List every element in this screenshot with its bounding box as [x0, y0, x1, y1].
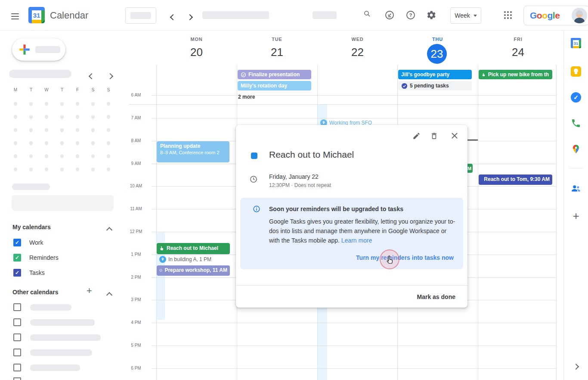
- sidepanel-google-tasks-icon[interactable]: ✓: [571, 92, 581, 103]
- event-partially-hidden[interactable]: M: [467, 164, 473, 173]
- mini-weekday: M: [8, 87, 23, 92]
- sidepanel-google-keep-icon[interactable]: [571, 66, 581, 77]
- edit-button[interactable]: [412, 131, 421, 140]
- event-chip-pick-up-bike[interactable]: Pick up new bike from th: [479, 70, 552, 79]
- add-other-calendar-button[interactable]: +: [87, 286, 92, 296]
- hour-line: [152, 323, 556, 323]
- hour-label: 7 AM: [124, 115, 148, 121]
- mark-as-done-button[interactable]: Mark as done: [417, 293, 455, 300]
- checkbox-other-5[interactable]: [13, 364, 21, 371]
- day-header-name: WED: [317, 37, 398, 42]
- day-header-date[interactable]: 21: [237, 46, 317, 59]
- side-panel-divider: [569, 168, 583, 168]
- mini-calendar-dates-placeholder[interactable]: [8, 97, 116, 176]
- event-chip-jill-party[interactable]: Jill's goodbye party: [398, 70, 472, 79]
- sidepanel-contacts-icon[interactable]: [570, 183, 582, 196]
- apps-grid-icon: [504, 11, 506, 13]
- date-range-placeholder: [202, 11, 269, 19]
- checkbox-other-6-partial[interactable]: [13, 377, 21, 380]
- search-people-placeholder[interactable]: [12, 195, 114, 211]
- calendar-item-work[interactable]: Work: [29, 239, 43, 246]
- collapse-panel-button[interactable]: [572, 361, 580, 372]
- event-in-building-a[interactable]: In building A, 1 PM: [157, 255, 230, 265]
- click-indicator: [380, 249, 399, 269]
- sidepanel-google-maps-icon[interactable]: [571, 144, 581, 156]
- tasks-toggle-button[interactable]: [384, 10, 395, 22]
- main-menu-button[interactable]: [11, 12, 19, 21]
- sidebar-placeholder-bar: [12, 184, 50, 190]
- google-apps-button[interactable]: [504, 11, 512, 19]
- mini-calendar-next-button[interactable]: [106, 71, 114, 82]
- account-pill[interactable]: Google: [523, 6, 588, 25]
- other-calendar-placeholder: [30, 319, 95, 326]
- search-button[interactable]: [363, 10, 371, 19]
- search-icon: [363, 10, 371, 18]
- learn-more-link[interactable]: Learn more: [341, 237, 372, 244]
- trash-icon: [430, 132, 438, 140]
- get-add-ons-button[interactable]: +: [573, 210, 579, 221]
- today-button[interactable]: [125, 7, 156, 24]
- hour-label: 8 AM: [124, 138, 148, 143]
- all-day-divider: [129, 104, 556, 105]
- view-selector[interactable]: Week: [450, 7, 481, 24]
- event-reach-out-tom[interactable]: Reach out to Tom, 9:30 AM: [479, 174, 552, 185]
- mini-weekday: T: [23, 87, 39, 92]
- google-wordmark: Google: [530, 10, 560, 21]
- day-header-date[interactable]: 24: [478, 46, 558, 59]
- sidepanel-google-calendar-icon[interactable]: 31: [571, 38, 581, 48]
- checkbox-reminders[interactable]: ✓: [13, 254, 21, 262]
- mini-calendar-prev-button[interactable]: [88, 71, 96, 82]
- more-events-link[interactable]: 2 more: [238, 94, 255, 100]
- location-pin-icon: [159, 256, 166, 263]
- checkbox-tasks[interactable]: ✓: [13, 269, 21, 277]
- check-circle-icon: [401, 83, 408, 89]
- hour-label: 6 AM: [124, 92, 148, 98]
- mini-weekday: T: [54, 87, 70, 92]
- task-check-icon: [384, 10, 395, 20]
- help-button[interactable]: ?: [405, 10, 416, 22]
- checkbox-work[interactable]: ✓: [13, 239, 21, 246]
- chevron-left-icon: [89, 73, 95, 79]
- chevron-up-icon: [106, 292, 112, 298]
- event-color-swatch: [251, 153, 257, 159]
- chevron-up-icon: [106, 227, 112, 233]
- event-reach-out-michael[interactable]: Reach out to Michael: [157, 243, 230, 254]
- sidepanel-google-voice-icon[interactable]: [571, 118, 581, 130]
- checkbox-other-1[interactable]: [13, 303, 21, 311]
- calendar-item-reminders[interactable]: Reminders: [29, 254, 59, 261]
- notice-title: Soon your reminders will be upgraded to …: [269, 206, 403, 212]
- hour-label: 6 PM: [124, 365, 148, 371]
- event-chip-milly-rotation[interactable]: Milly's rotation day: [238, 81, 311, 90]
- popup-title: Reach out to Michael: [269, 150, 354, 160]
- hour-line: [152, 368, 556, 369]
- hour-label: 11 AM: [124, 206, 148, 212]
- hour-label: 9 AM: [124, 161, 148, 166]
- mini-calendar-title-placeholder: [9, 70, 71, 78]
- hour-line: [152, 346, 556, 346]
- event-chip-finalize-presentation[interactable]: Finalize presentation: [238, 70, 311, 79]
- checkbox-other-2[interactable]: [13, 318, 21, 326]
- prev-week-button[interactable]: [169, 12, 177, 23]
- event-prepare-workshop[interactable]: Prepare workshop, 11 AM: [157, 265, 230, 276]
- event-planning-update[interactable]: Planning update 8–9 AM, Conference room …: [157, 141, 229, 162]
- turn-reminders-into-tasks-link[interactable]: Turn my reminders into tasks now: [356, 254, 454, 261]
- checkbox-other-4[interactable]: [13, 349, 21, 356]
- hour-label: 4 PM: [124, 320, 148, 325]
- close-button[interactable]: [450, 131, 459, 140]
- day-header-date[interactable]: 20: [156, 46, 237, 59]
- my-calendars-collapse-button[interactable]: [105, 224, 113, 236]
- hamburger-icon: [11, 13, 19, 14]
- day-header-date[interactable]: 22: [317, 46, 398, 59]
- checkbox-other-3[interactable]: [13, 333, 21, 341]
- today-date-circle[interactable]: 23: [427, 44, 447, 64]
- event-chip-pending-tasks[interactable]: 5 pending tasks: [398, 81, 472, 90]
- create-button[interactable]: [12, 38, 65, 61]
- delete-button[interactable]: [429, 131, 439, 140]
- next-week-button[interactable]: [186, 12, 194, 23]
- settings-button[interactable]: [426, 10, 436, 22]
- reminder-hand-icon: [482, 72, 486, 77]
- avatar[interactable]: [572, 8, 587, 23]
- chevron-right-icon: [107, 73, 113, 79]
- other-calendars-collapse-button[interactable]: [105, 290, 113, 301]
- calendar-item-tasks[interactable]: Tasks: [29, 269, 45, 276]
